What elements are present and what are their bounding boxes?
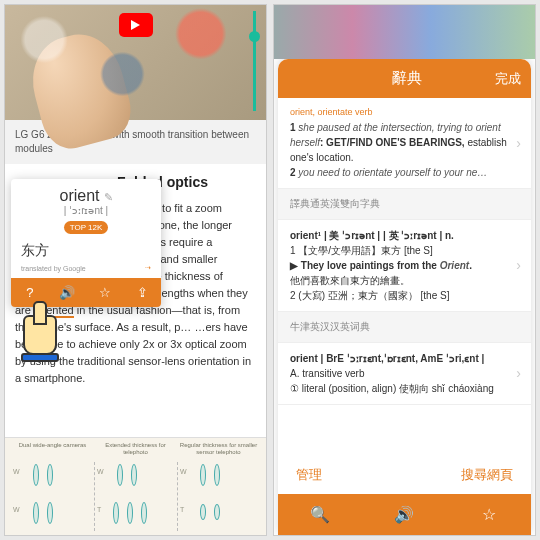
zoom-slider-thumb[interactable]	[249, 31, 260, 42]
chevron-right-icon: ›	[516, 257, 521, 273]
entry-thesaurus[interactable]: orient, orientate verb 1 she paused at t…	[278, 98, 531, 189]
pointer-cursor-illustration	[23, 315, 59, 362]
manage-button[interactable]: 管理	[296, 466, 322, 484]
search-icon[interactable]: 🔍	[278, 494, 362, 535]
diagram-label-2: Extended thickness for telephoto	[94, 442, 177, 462]
dictionary-sheet: 辭典 完成 orient, orientate verb 1 she pause…	[278, 59, 531, 535]
diagram-label-1: Dual wide-angle cameras	[11, 442, 94, 462]
entry-headword: orient, orientate verb	[290, 106, 519, 120]
star-icon[interactable]: ☆	[447, 494, 531, 535]
chevron-right-icon: ›	[516, 365, 521, 381]
share-icon[interactable]: ⇪	[124, 278, 162, 307]
done-button[interactable]: 完成	[495, 70, 521, 88]
star-icon[interactable]: ☆	[86, 278, 124, 307]
popup-translation: 东方	[11, 236, 161, 264]
frequency-badge: TOP 12K	[64, 221, 109, 234]
entry-bilingual[interactable]: orient¹ | 美 ˈɔrɪənt | | 英 ˈɔːrɪənt | n. …	[278, 220, 531, 312]
video-thumbnail[interactable]	[5, 5, 266, 120]
entry-oxford[interactable]: orient | BrE ˈɔːrɪɛnt,ˈɒrɪɛnt, AmE ˈɔri,…	[278, 343, 531, 405]
sheet-footer-links: 管理 搜尋網頁	[278, 456, 531, 494]
right-phone-screen: 辭典 完成 orient, orientate verb 1 she pause…	[273, 4, 536, 536]
sheet-title: 辭典	[318, 69, 495, 88]
waveform-icon[interactable]: ⇢	[145, 264, 151, 272]
dict-source-3: 牛津英汉汉英词典	[278, 312, 531, 343]
zoom-slider-track[interactable]	[253, 11, 256, 111]
lens-diagram: Dual wide-angle cameras W W Extended thi…	[5, 437, 266, 535]
translated-by-label: translated by Google	[21, 265, 86, 272]
popup-ipa: | ˈɔːrɪənt |	[21, 205, 151, 216]
popup-word: orient	[59, 187, 99, 204]
dict-source-2: 譯典通英漢雙向字典	[278, 189, 531, 220]
background-photo	[274, 5, 535, 59]
sheet-header: 辭典 完成	[278, 59, 531, 98]
youtube-play-icon[interactable]	[119, 13, 153, 37]
speaker-icon[interactable]: 🔊	[49, 278, 87, 307]
chevron-right-icon: ›	[516, 135, 521, 151]
speaker-icon[interactable]: 🔊	[362, 494, 446, 535]
dictionary-popup: orient✎ | ˈɔːrɪənt | TOP 12K 东方 translat…	[11, 179, 161, 307]
edit-icon[interactable]: ✎	[104, 191, 113, 203]
diagram-label-3: Regular thickness for smaller sensor tel…	[177, 442, 260, 462]
sheet-toolbar: 🔍 🔊 ☆	[278, 494, 531, 535]
search-web-button[interactable]: 搜尋網頁	[461, 466, 513, 484]
left-phone-screen: LG G6 zoom preview with smooth transitio…	[4, 4, 267, 536]
